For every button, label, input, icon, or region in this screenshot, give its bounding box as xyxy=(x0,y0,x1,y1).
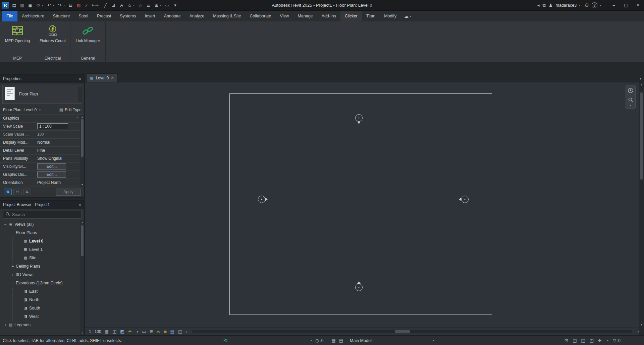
user-menu-caret[interactable]: ▾ xyxy=(579,4,582,7)
browser-scroll-up-icon[interactable]: ▴ xyxy=(80,220,84,224)
render-icon[interactable]: ◇ xyxy=(137,1,144,9)
vertical-scroll-thumb[interactable] xyxy=(640,92,643,180)
tree-item-views-all[interactable]: −◉Views (all) xyxy=(0,220,84,228)
properties-header[interactable]: Properties ✕ xyxy=(0,75,84,83)
tab-analyze[interactable]: Analyze xyxy=(185,11,209,21)
tree-item-elevations-12mm-circle[interactable]: −Elevations (12mm Circle) xyxy=(0,279,84,287)
view-scale-button[interactable]: 1 : 100 xyxy=(89,329,101,334)
restore-button[interactable]: ▢ xyxy=(620,0,632,10)
select-links-toggle[interactable]: ⊡ xyxy=(565,338,568,343)
user-name[interactable]: madarace3 xyxy=(556,3,577,8)
search-box[interactable] xyxy=(3,211,82,219)
default-3d-view-caret[interactable]: ▾ xyxy=(133,4,136,7)
cloud-tab[interactable]: ☁ ▾ xyxy=(401,11,415,21)
background-processes-toggle[interactable]: ◔ xyxy=(606,338,609,343)
tree-item-south[interactable]: ◨South xyxy=(0,304,84,312)
sort-button-2[interactable]: ⇈ xyxy=(13,189,21,195)
apply-button[interactable]: Apply xyxy=(56,189,81,196)
tree-item-level-0[interactable]: ▦Level 0 xyxy=(0,237,84,245)
tree-expander[interactable]: − xyxy=(10,281,15,285)
user-avatar-icon[interactable]: ♟ xyxy=(549,3,553,8)
select-by-face-toggle[interactable]: ◰ xyxy=(590,338,594,343)
redo-icon[interactable]: ↷ xyxy=(56,1,64,9)
print-icon[interactable]: ⊟ xyxy=(67,1,74,9)
tab-add-ins[interactable]: Add-Ins xyxy=(317,11,340,21)
close-button[interactable]: ✕ xyxy=(632,0,644,10)
tree-expander[interactable]: − xyxy=(3,222,8,226)
property-edit-button[interactable]: Edit... xyxy=(37,163,66,169)
help-icon[interactable]: ? xyxy=(592,2,597,8)
tree-item-east[interactable]: ◨East xyxy=(0,287,84,295)
tab-clicker[interactable]: Clicker xyxy=(340,11,362,21)
switch-windows-caret[interactable]: ▾ xyxy=(160,4,163,7)
project-browser-close-icon[interactable]: ✕ xyxy=(78,203,82,207)
filter-button[interactable]: ▽ :0 xyxy=(613,338,621,343)
detail-line-icon[interactable]: ╱ xyxy=(102,1,109,9)
show-crop-region-icon[interactable]: ⊞ xyxy=(150,329,153,334)
document-tab-close-icon[interactable]: ✕ xyxy=(111,76,114,80)
mep-opening-button[interactable]: MEP Opening xyxy=(4,24,31,43)
tab-precast[interactable]: Precast xyxy=(93,11,115,21)
browser-scroll-thumb[interactable] xyxy=(81,225,84,256)
tab-structure[interactable]: Structure xyxy=(49,11,74,21)
horizontal-scrollbar[interactable] xyxy=(192,330,632,333)
thin-lines-icon[interactable]: ▦ xyxy=(105,329,109,334)
browser-scroll-down-icon[interactable]: ▾ xyxy=(80,331,84,335)
graphics-section-row[interactable]: Graphics ^ xyxy=(0,115,80,123)
elevation-marker-left[interactable] xyxy=(461,196,469,203)
reveal-hidden-elements-icon[interactable]: ◙ xyxy=(164,329,167,334)
aligned-dimension-caret[interactable]: ▾ xyxy=(98,4,101,7)
drag-on-selection-toggle[interactable]: ✚ xyxy=(598,338,602,343)
tab-file[interactable]: File xyxy=(2,11,17,21)
model-view-icon-2[interactable]: ▤ xyxy=(339,338,343,343)
properties-scrollbar[interactable]: ▴ ▾ xyxy=(80,115,84,187)
measure-icon[interactable]: ∕ xyxy=(83,1,91,9)
tab-collaborate[interactable]: Collaborate xyxy=(246,11,276,21)
scroll-down-icon[interactable]: ▾ xyxy=(639,323,644,327)
tree-expander[interactable]: − xyxy=(10,231,15,235)
sort-button-1[interactable]: ⇅ xyxy=(4,189,12,195)
default-3d-view-icon[interactable]: ⌂ xyxy=(126,1,133,9)
collapse-arrow-icon[interactable]: ◂ xyxy=(537,3,540,8)
section-icon[interactable]: ⊿ xyxy=(110,1,117,9)
collaboration-icon[interactable]: ⧉ xyxy=(543,3,546,8)
detail-level-icon[interactable]: ◫ xyxy=(112,329,116,334)
document-tab-level-0[interactable]: ▦ Level 0 ✕ xyxy=(86,73,118,82)
tab-steel[interactable]: Steel xyxy=(74,11,93,21)
collaborate-icon[interactable]: ⟲ xyxy=(223,338,227,343)
tree-item-ceiling-plans[interactable]: +Ceiling Plans xyxy=(0,262,84,270)
redo-caret[interactable]: ▾ xyxy=(63,4,66,7)
aligned-dimension-icon[interactable]: ⟷ xyxy=(91,1,99,9)
zoom-icon[interactable] xyxy=(627,96,634,103)
steering-wheel-icon[interactable] xyxy=(627,87,634,94)
scroll-up-icon[interactable]: ▴ xyxy=(639,82,644,87)
tab-systems[interactable]: Systems xyxy=(115,11,140,21)
properties-scroll-down-icon[interactable]: ▾ xyxy=(80,183,84,187)
store-basket-icon[interactable]: ⛁ xyxy=(585,3,589,8)
search-input[interactable] xyxy=(12,212,79,217)
text-icon[interactable]: A xyxy=(118,1,125,9)
undo-caret[interactable]: ▾ xyxy=(53,4,56,7)
horizontal-scroll-thumb[interactable] xyxy=(395,330,410,333)
active-model-dropdown[interactable]: Main Model ▾ xyxy=(350,338,434,343)
select-pinned-toggle[interactable]: ◱ xyxy=(581,338,585,343)
markup-icon[interactable]: ▨ xyxy=(75,1,83,9)
tree-item-north[interactable]: ◨North xyxy=(0,295,84,304)
tab-titan[interactable]: Titan xyxy=(362,11,380,21)
elevation-marker-up[interactable] xyxy=(355,284,363,291)
graphics-collapse-icon[interactable]: ^ xyxy=(76,117,80,120)
property-value-input[interactable]: 1 : 100 xyxy=(37,123,68,129)
tree-item-west[interactable]: ◨West xyxy=(0,312,84,321)
crop-view-icon[interactable]: ▭ xyxy=(142,329,146,334)
undo-icon[interactable]: ↶ xyxy=(45,1,53,9)
fixtures-count-button[interactable]: Fixtures Count xyxy=(39,24,66,43)
property-edit-button[interactable]: Edit... xyxy=(37,171,66,178)
schedule-icon[interactable]: ≣ xyxy=(145,1,152,9)
properties-scroll-up-icon[interactable]: ▴ xyxy=(80,115,84,119)
revit-logo[interactable]: R xyxy=(2,2,9,9)
shadows-icon[interactable]: ◑ xyxy=(136,329,138,334)
tree-item-legends[interactable]: +▤Legends xyxy=(0,321,84,329)
browser-scrollbar[interactable]: ▴ ▾ xyxy=(80,220,84,335)
tree-expander[interactable]: + xyxy=(10,273,15,277)
instance-selector-caret[interactable]: ▾ xyxy=(39,109,41,112)
